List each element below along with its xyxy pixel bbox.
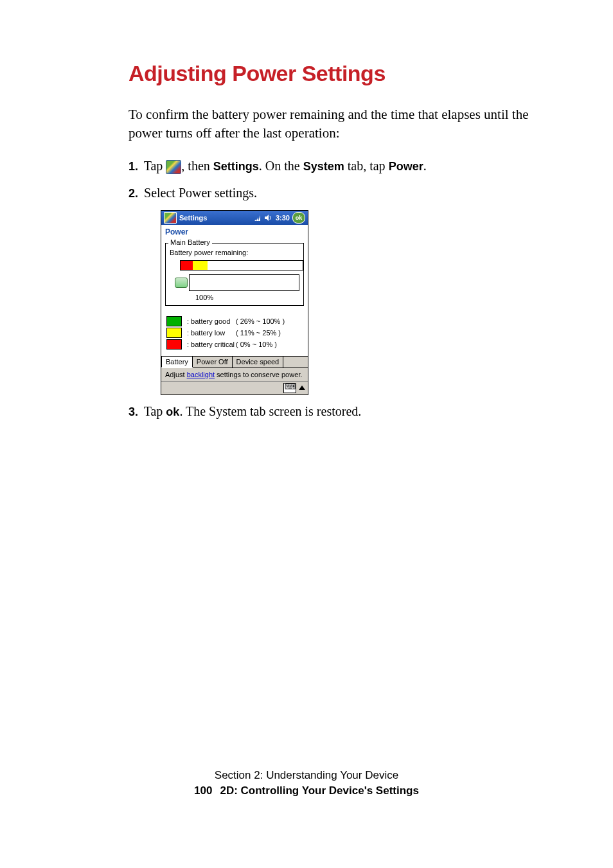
slider-track — [189, 274, 299, 291]
legend-row-critical: : battery critical ( 0% ~ 10% ) — [166, 339, 303, 350]
titlebar: Settings 3:30 ok — [161, 211, 308, 225]
legend-range: ( 26% ~ 100% ) — [236, 317, 285, 325]
backlight-link[interactable]: backlight — [187, 371, 215, 378]
step-1: 1. Tap , then Settings. On the System ta… — [129, 156, 549, 175]
ok-label: ok — [166, 405, 179, 418]
bar-segment-critical — [181, 261, 193, 270]
tab-battery[interactable]: Battery — [161, 356, 193, 368]
step-text: tab, tap — [344, 159, 389, 173]
step-text: Select Power settings. — [141, 186, 257, 200]
legend-label: : battery critical — [187, 341, 236, 348]
pocketpc-screenshot: Settings 3:30 ok Power Main Battery Batt… — [161, 210, 308, 395]
page-number: 100 — [194, 784, 212, 797]
menu-up-icon[interactable] — [299, 385, 305, 390]
page-footer: Section 2: Understanding Your Device 100… — [0, 769, 613, 797]
step-number: 3. — [129, 405, 138, 418]
step-text: . — [423, 159, 427, 173]
intro-paragraph: To confirm the battery power remaining a… — [129, 105, 549, 143]
step-text: . On the — [259, 159, 303, 173]
legend-row-low: : battery low ( 11% ~ 25% ) — [166, 328, 303, 338]
step-text: . The System tab screen is restored. — [179, 404, 361, 418]
step-text: Tap — [141, 404, 166, 418]
system-label: System — [303, 160, 344, 173]
signal-icon[interactable] — [254, 214, 262, 222]
footer-section: Section 2: Understanding Your Device — [0, 769, 613, 782]
tab-power-off[interactable]: Power Off — [193, 357, 233, 368]
tab-device-speed[interactable]: Device speed — [233, 357, 284, 368]
step-3: 3. Tap ok. The System tab screen is rest… — [129, 402, 549, 421]
footer-chapter: 2D: Controlling Your Device's Settings — [220, 784, 418, 797]
tab-strip: Battery Power Off Device speed — [161, 356, 308, 368]
group-legend: Main Battery — [168, 238, 212, 246]
main-battery-group: Main Battery Battery power remaining: 10… — [165, 243, 304, 306]
step-text: Tap — [141, 159, 166, 173]
step-text: , then — [181, 159, 213, 173]
window-title: Settings — [179, 214, 253, 222]
tab-spacer — [283, 357, 308, 368]
battery-bar — [180, 260, 303, 270]
ok-button[interactable]: ok — [292, 212, 305, 224]
hint-text: Adjust — [165, 371, 187, 378]
backlight-hint: Adjust backlight settings to conserve po… — [161, 368, 308, 381]
settings-label: Settings — [213, 160, 259, 173]
volume-icon[interactable] — [264, 214, 272, 222]
hint-text: settings to conserve power. — [215, 371, 302, 378]
page-heading: Adjusting Power Settings — [129, 61, 549, 86]
remaining-label: Battery power remaining: — [170, 249, 299, 256]
swatch-green-icon — [166, 316, 182, 326]
keyboard-icon[interactable] — [283, 383, 296, 393]
windows-flag-icon[interactable] — [164, 212, 177, 224]
sip-bar — [161, 381, 308, 394]
battery-legend: : battery good ( 26% ~ 100% ) : battery … — [166, 316, 303, 350]
legend-range: ( 11% ~ 25% ) — [236, 329, 281, 337]
slider-thumb-icon[interactable] — [175, 278, 188, 288]
step-number: 1. — [129, 160, 138, 173]
swatch-red-icon — [166, 339, 182, 350]
legend-label: : battery low — [187, 329, 236, 337]
bar-segment-low — [193, 261, 208, 270]
swatch-yellow-icon — [166, 328, 182, 338]
battery-percent: 100% — [195, 294, 299, 301]
legend-label: : battery good — [187, 317, 236, 325]
power-label: Power — [389, 160, 423, 173]
windows-start-icon — [166, 160, 181, 174]
legend-range: ( 0% ~ 10% ) — [236, 341, 277, 348]
battery-slider[interactable] — [175, 274, 299, 291]
step-number: 2. — [129, 187, 138, 200]
clock-time: 3:30 — [276, 214, 290, 222]
legend-row-good: : battery good ( 26% ~ 100% ) — [166, 316, 303, 326]
step-2: 2. Select Power settings. — [129, 183, 549, 202]
